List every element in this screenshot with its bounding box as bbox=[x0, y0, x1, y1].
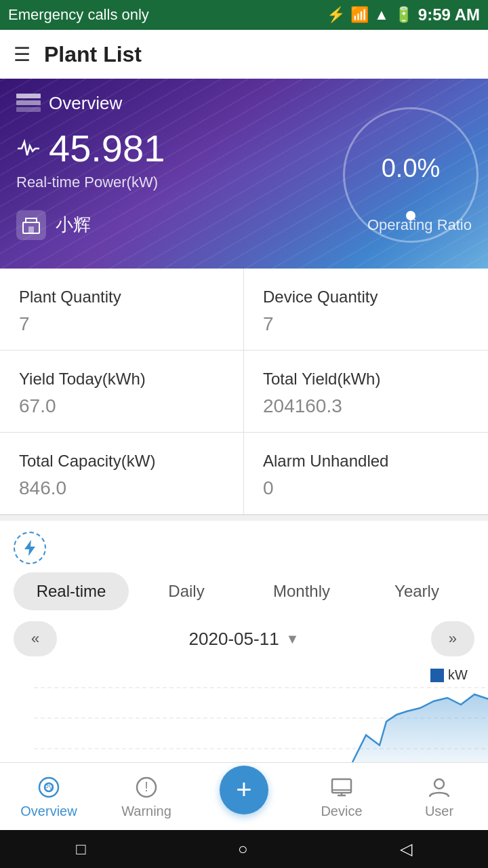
page-title: Plant List bbox=[44, 42, 142, 67]
chart-tabs: Real-time Daily Monthly Yearly bbox=[0, 572, 488, 610]
pulse-icon bbox=[16, 136, 41, 161]
home-button[interactable]: ○ bbox=[238, 840, 248, 859]
station-name: 小辉 bbox=[56, 213, 91, 237]
svg-marker-12 bbox=[352, 694, 488, 769]
nav-warning[interactable]: ! Warning bbox=[98, 774, 195, 819]
stat-total-yield-value: 204160.3 bbox=[263, 395, 469, 417]
signal-icon: 📶 bbox=[350, 6, 369, 24]
tab-realtime[interactable]: Real-time bbox=[14, 572, 129, 610]
nav-add[interactable]: + bbox=[195, 779, 293, 814]
chart-header bbox=[0, 532, 488, 572]
emergency-text: Emergency calls only bbox=[8, 6, 149, 24]
gauge-circle: 0.0% bbox=[343, 107, 479, 243]
tab-monthly[interactable]: Monthly bbox=[244, 572, 359, 610]
stat-plant-quantity-label: Plant Quantity bbox=[19, 288, 224, 307]
stat-device-quantity-value: 7 bbox=[263, 313, 469, 335]
user-nav-icon bbox=[426, 774, 453, 801]
chart-section: Real-time Daily Monthly Yearly « 2020-05… bbox=[0, 521, 488, 776]
stat-total-capacity-label: Total Capacity(kW) bbox=[19, 452, 224, 471]
station-info: 小辉 bbox=[16, 210, 91, 240]
station-icon bbox=[16, 210, 46, 240]
stat-device-quantity-label: Device Quantity bbox=[263, 288, 469, 307]
menu-button[interactable]: ☰ bbox=[14, 43, 30, 66]
nav-user-label: User bbox=[425, 804, 453, 819]
hero-section: Overview 45.981 Real-time Power(kW) 0.0% bbox=[0, 79, 488, 269]
svg-rect-0 bbox=[16, 94, 41, 98]
stat-yield-today-value: 67.0 bbox=[19, 395, 224, 417]
svg-text:!: ! bbox=[144, 779, 148, 794]
current-date: 2020-05-11 bbox=[189, 629, 279, 650]
stat-plant-quantity-value: 7 bbox=[19, 313, 224, 335]
stat-alarm-unhandled: Alarm Unhandled 0 bbox=[244, 433, 488, 515]
svg-rect-4 bbox=[28, 226, 34, 233]
nav-overview-label: Overview bbox=[20, 804, 77, 819]
stat-alarm-unhandled-value: 0 bbox=[263, 477, 469, 499]
status-bar: Emergency calls only ⚡ 📶 ▲ 🔋 9:59 AM bbox=[0, 0, 488, 30]
tab-yearly[interactable]: Yearly bbox=[359, 572, 474, 610]
tab-daily[interactable]: Daily bbox=[129, 572, 244, 610]
date-navigator: « 2020-05-11 ▼ » bbox=[0, 621, 488, 656]
wifi-icon: ▲ bbox=[374, 6, 389, 24]
back-button[interactable]: ◁ bbox=[400, 840, 412, 859]
add-icon: + bbox=[236, 774, 251, 805]
stats-grid: Plant Quantity 7 Device Quantity 7 Yield… bbox=[0, 269, 488, 515]
stat-total-capacity: Total Capacity(kW) 846.0 bbox=[0, 433, 244, 515]
add-button[interactable]: + bbox=[220, 766, 268, 814]
bluetooth-icon: ⚡ bbox=[327, 6, 345, 24]
stat-yield-today: Yield Today(kWh) 67.0 bbox=[0, 351, 244, 433]
dropdown-icon: ▼ bbox=[286, 631, 300, 647]
android-nav-bar: □ ○ ◁ bbox=[0, 830, 488, 868]
next-date-button[interactable]: » bbox=[431, 621, 474, 656]
operating-ratio-value: 0.0% bbox=[382, 154, 441, 183]
recent-apps-button[interactable]: □ bbox=[76, 840, 86, 859]
status-icons: ⚡ 📶 ▲ 🔋 9:59 AM bbox=[327, 5, 480, 24]
stat-plant-quantity: Plant Quantity 7 bbox=[0, 269, 244, 351]
svg-rect-2 bbox=[16, 107, 41, 112]
lightning-icon bbox=[14, 532, 46, 564]
nav-warning-label: Warning bbox=[121, 804, 171, 819]
overview-nav-icon: PV bbox=[35, 774, 62, 801]
power-label: Real-time Power(kW) bbox=[16, 174, 323, 191]
warning-nav-icon: ! bbox=[133, 774, 160, 801]
date-selector[interactable]: 2020-05-11 ▼ bbox=[189, 629, 300, 650]
chart-unit: kW bbox=[448, 667, 468, 683]
stat-device-quantity: Device Quantity 7 bbox=[244, 269, 488, 351]
svg-marker-5 bbox=[24, 540, 35, 556]
svg-rect-1 bbox=[16, 100, 41, 105]
stat-total-yield: Total Yield(kWh) 204160.3 bbox=[244, 351, 488, 433]
chart-legend: kW bbox=[430, 667, 468, 683]
stat-total-capacity-value: 846.0 bbox=[19, 477, 224, 499]
battery-icon: 🔋 bbox=[394, 6, 413, 24]
stat-alarm-unhandled-label: Alarm Unhandled bbox=[263, 452, 469, 471]
stat-total-yield-label: Total Yield(kWh) bbox=[263, 370, 469, 389]
nav-device[interactable]: Device bbox=[293, 774, 390, 819]
nav-overview[interactable]: PV Overview bbox=[0, 774, 98, 819]
bottom-nav: PV Overview ! Warning + Device bbox=[0, 762, 488, 830]
svg-text:PV: PV bbox=[44, 784, 54, 791]
legend-box bbox=[430, 669, 444, 682]
power-value: 45.981 bbox=[49, 127, 165, 170]
device-nav-icon bbox=[328, 774, 355, 801]
nav-device-label: Device bbox=[321, 804, 362, 819]
chart-area: kW 50 40 30 bbox=[0, 667, 488, 776]
app-bar: ☰ Plant List bbox=[0, 30, 488, 79]
status-time: 9:59 AM bbox=[418, 5, 480, 24]
nav-user[interactable]: User bbox=[390, 774, 488, 819]
stat-yield-today-label: Yield Today(kWh) bbox=[19, 370, 224, 389]
svg-point-22 bbox=[434, 779, 444, 789]
layers-icon bbox=[16, 91, 41, 115]
prev-date-button[interactable]: « bbox=[14, 621, 57, 656]
overview-label: Overview bbox=[49, 93, 122, 114]
